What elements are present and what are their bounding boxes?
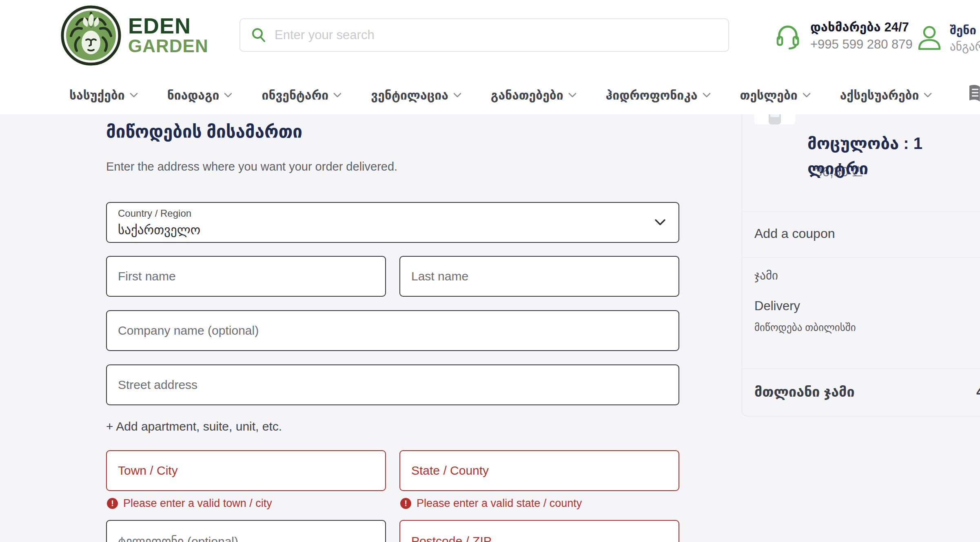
main-navigation: სასუქები ნიადაგი ინვენტარი ვენტილაცია გა… <box>69 82 932 109</box>
account-label-account: ანგარიში <box>950 40 980 53</box>
site-logo[interactable]: EDEN GARDEN <box>60 5 208 66</box>
chevron-down-icon <box>130 93 138 98</box>
company-name-label: Company name (optional) <box>118 324 259 338</box>
nav-item-accessories[interactable]: აქსესუარები <box>840 88 932 102</box>
chevron-down-icon <box>453 93 461 98</box>
open-book-icon <box>969 84 980 105</box>
town-city-error-text: Please enter a valid town / city <box>123 497 272 510</box>
nav-item-hydroponics[interactable]: ჰიდროფონიკა <box>606 88 711 102</box>
country-select-label: Country / Region <box>118 208 667 219</box>
divider <box>743 369 980 369</box>
state-county-label: State / County <box>411 464 489 478</box>
divider <box>743 257 980 258</box>
add-apartment-link[interactable]: + Add apartment, suite, unit, etc. <box>106 420 282 433</box>
street-address-field[interactable]: Street address <box>106 364 679 405</box>
search-icon <box>251 27 266 43</box>
add-coupon-link[interactable]: Add a coupon <box>754 226 835 241</box>
country-select-value: საქართველო <box>118 222 667 238</box>
nav-item-fertilizers[interactable]: სასუქები <box>69 88 138 102</box>
support-title: დახმარება 24/7 <box>810 20 913 35</box>
site-header: EDEN GARDEN დახმარება 24/7 +995 599 280 … <box>0 0 980 114</box>
search-input[interactable] <box>275 28 703 42</box>
total-label: მთლიანი ჯამი <box>754 384 855 400</box>
state-county-error-text: Please enter a valid state / county <box>417 497 582 510</box>
chevron-down-icon <box>654 218 666 227</box>
nav-item-soil[interactable]: ნიადაგი <box>167 88 233 102</box>
country-select[interactable]: Country / Region საქართველო <box>106 202 679 243</box>
nav-item-ventilation[interactable]: ვენტილაცია <box>371 88 461 102</box>
nav-item-lighting[interactable]: განათებები <box>491 88 576 102</box>
state-county-field[interactable]: State / County <box>399 450 679 491</box>
street-address-label: Street address <box>118 378 197 392</box>
support-phone[interactable]: +995 599 280 879 <box>810 37 913 52</box>
town-city-error: ! Please enter a valid town / city <box>107 497 272 510</box>
account-block[interactable]: შენი ანგარიში <box>917 23 980 53</box>
nav-item-inventory[interactable]: ინვენტარი <box>262 88 341 102</box>
chevron-down-icon <box>803 93 811 98</box>
support-block[interactable]: დახმარება 24/7 +995 599 280 879 <box>774 20 913 52</box>
delivery-label: Delivery <box>754 299 800 313</box>
error-icon: ! <box>400 498 411 509</box>
account-label-your: შენი <box>950 23 980 38</box>
phone-label: ტელეფონი (optional) <box>118 534 238 542</box>
first-name-label: First name <box>118 269 176 283</box>
checkout-page: 36,30 ₾ მოცულობა : 1 ლიტრი Add a coupon … <box>0 0 980 542</box>
page-title: მიწოდების მისამართი <box>106 122 302 142</box>
product-variant: მოცულობა : 1 ლიტრი <box>807 131 975 181</box>
blog-menu-item[interactable] <box>969 84 980 107</box>
chevron-down-icon <box>224 93 232 98</box>
town-city-label: Town / City <box>118 464 178 478</box>
eden-garden-logo-icon <box>60 5 122 66</box>
subtotal-label: ჯამი <box>754 269 778 282</box>
divider <box>743 211 980 212</box>
chevron-down-icon <box>924 93 932 98</box>
order-summary-panel: 36,30 ₾ მოცულობა : 1 ლიტრი Add a coupon … <box>742 61 980 416</box>
company-name-field[interactable]: Company name (optional) <box>106 310 679 351</box>
chevron-down-icon <box>703 93 711 98</box>
phone-field[interactable]: ტელეფონი (optional) <box>106 520 386 542</box>
state-county-error: ! Please enter a valid state / county <box>400 497 582 510</box>
headset-icon <box>774 22 801 50</box>
logo-text-eden: EDEN <box>128 16 208 36</box>
last-name-field[interactable]: Last name <box>399 256 679 297</box>
chevron-down-icon <box>333 93 341 98</box>
chevron-down-icon <box>568 93 576 98</box>
first-name-field[interactable]: First name <box>106 256 386 297</box>
town-city-field[interactable]: Town / City <box>106 450 386 491</box>
logo-text-garden: GARDEN <box>128 37 208 56</box>
search-bar <box>239 18 729 52</box>
postcode-label: Postcode / ZIP <box>411 534 492 542</box>
nav-item-seeds[interactable]: თესლები <box>740 88 811 102</box>
user-icon <box>917 25 942 51</box>
error-icon: ! <box>107 498 118 509</box>
total-value: 4 <box>976 384 980 400</box>
postcode-field[interactable]: Postcode / ZIP <box>399 520 679 542</box>
delivery-note: მიწოდება თბილისში <box>754 322 856 333</box>
page-subtitle: Enter the address where you want your or… <box>106 160 397 173</box>
last-name-label: Last name <box>411 269 468 283</box>
